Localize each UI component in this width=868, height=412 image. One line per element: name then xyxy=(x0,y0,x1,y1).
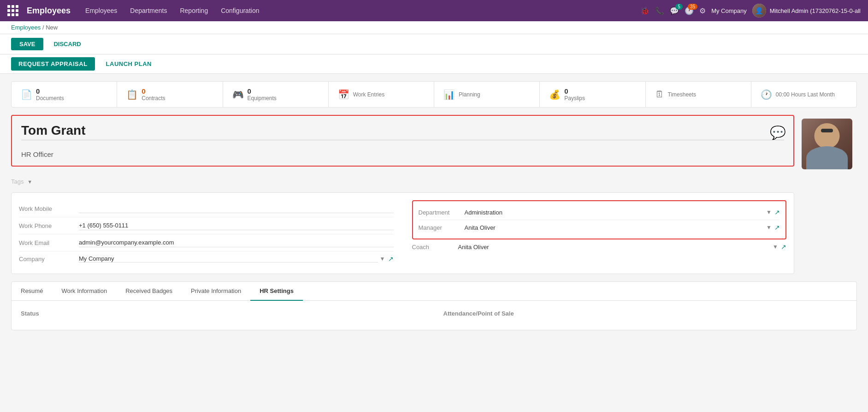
timesheets-label: Timesheets xyxy=(668,91,697,98)
menu-employees[interactable]: Employees xyxy=(80,0,123,21)
status-col: Status xyxy=(21,310,425,321)
coach-ext-link-icon[interactable]: ↗ xyxy=(781,243,786,251)
contracts-icon: 📋 xyxy=(126,89,138,100)
fields-grid: Work Mobile Work Phone Work Email C xyxy=(19,200,786,266)
work-mobile-input[interactable] xyxy=(79,204,394,213)
employee-avatar[interactable] xyxy=(802,119,852,169)
top-navigation: Employees Employees Departments Reportin… xyxy=(0,0,868,21)
payslips-count: 0 xyxy=(564,87,585,95)
company-label: Company xyxy=(19,256,79,263)
tab-resume[interactable]: Resumé xyxy=(12,282,52,301)
stat-tabs: 📄 0 Documents 📋 0 Contracts 🎮 0 Equipmen… xyxy=(11,81,857,107)
stat-tab-timesheets[interactable]: 🗓 Timesheets xyxy=(646,82,751,107)
employee-name-input[interactable] xyxy=(21,123,784,140)
dept-manager-box: Department Administration ▼ ↗ Manager An… xyxy=(412,200,787,239)
work-phone-row: Work Phone xyxy=(19,217,394,234)
work-mobile-row: Work Mobile xyxy=(19,200,394,217)
company-select-wrapper: My Company ▼ ↗ xyxy=(79,255,394,263)
tab-work-information[interactable]: Work Information xyxy=(52,282,116,301)
app-grid-icon[interactable] xyxy=(7,5,18,16)
stat-tab-equipments[interactable]: 🎮 0 Equipments xyxy=(223,82,329,107)
attendance-label: Attendance/Point of Sale xyxy=(443,310,848,317)
coach-label: Coach xyxy=(412,244,458,251)
brand-name: Employees xyxy=(27,6,71,16)
manager-value: Anita Oliver xyxy=(465,224,765,231)
request-appraisal-button[interactable]: REQUEST APPRAISAL xyxy=(11,57,95,71)
tab-received-badges[interactable]: Received Badges xyxy=(116,282,182,301)
stat-tab-documents[interactable]: 📄 0 Documents xyxy=(12,82,117,107)
status-label: Status xyxy=(21,310,425,317)
work-email-row: Work Email xyxy=(19,234,394,251)
payslips-label: Payslips xyxy=(564,95,585,102)
company-select[interactable]: My Company xyxy=(79,255,378,263)
manager-row: Manager Anita Oliver ▼ ↗ xyxy=(419,220,780,235)
coach-dropdown-arrow[interactable]: ▼ xyxy=(773,244,778,250)
company-ext-link-icon[interactable]: ↗ xyxy=(388,255,394,263)
department-value: Administration xyxy=(465,209,765,216)
stat-tab-payslips[interactable]: 💰 0 Payslips xyxy=(540,82,645,107)
tabs-body: Status Attendance/Point of Sale xyxy=(12,301,856,330)
top-menu: Employees Departments Reporting Configur… xyxy=(80,0,640,21)
action-bar: SAVE DISCARD xyxy=(0,34,868,54)
company-name: My Company xyxy=(711,7,747,14)
tab-hr-settings[interactable]: HR Settings xyxy=(250,282,303,301)
discard-button[interactable]: DISCARD xyxy=(47,38,87,50)
chat-badge: 5 xyxy=(675,4,683,10)
tabs-section: Resumé Work Information Received Badges … xyxy=(11,281,857,330)
main-content: 📄 0 Documents 📋 0 Contracts 🎮 0 Equipmen… xyxy=(0,74,868,403)
breadcrumb-current: New xyxy=(46,24,58,31)
work-email-label: Work Email xyxy=(19,239,79,246)
work-entries-icon: 📅 xyxy=(338,89,349,100)
status-section: Status Attendance/Point of Sale xyxy=(21,310,847,321)
work-email-input[interactable] xyxy=(79,238,394,247)
stat-tab-hours[interactable]: 🕐 00:00 Hours Last Month xyxy=(751,82,856,107)
chat-icon[interactable]: 💬5 xyxy=(670,6,679,15)
contracts-count: 0 xyxy=(142,87,165,95)
equipments-label: Equipments xyxy=(248,95,277,102)
contracts-label: Contracts xyxy=(142,95,165,102)
manager-label: Manager xyxy=(419,224,465,231)
documents-icon: 📄 xyxy=(21,89,32,100)
company-row: Company My Company ▼ ↗ xyxy=(19,251,394,266)
planning-icon: 📊 xyxy=(443,89,455,100)
manager-dropdown-arrow[interactable]: ▼ xyxy=(766,224,772,231)
menu-departments[interactable]: Departments xyxy=(124,0,172,21)
clock-badge: 35 xyxy=(688,4,697,10)
chat-bubble-icon[interactable]: 💬 xyxy=(770,125,786,140)
breadcrumb-parent[interactable]: Employees xyxy=(11,24,41,31)
department-ext-link-icon[interactable]: ↗ xyxy=(774,209,780,216)
clock-icon[interactable]: 🕐35 xyxy=(685,6,694,15)
tab-private-information[interactable]: Private Information xyxy=(182,282,250,301)
work-phone-label: Work Phone xyxy=(19,222,79,229)
left-fields: Work Mobile Work Phone Work Email C xyxy=(19,200,394,266)
company-dropdown-arrow: ▼ xyxy=(380,256,385,262)
employee-job-title-input[interactable] xyxy=(21,150,784,158)
menu-configuration[interactable]: Configuration xyxy=(215,0,265,21)
stat-tab-work-entries[interactable]: 📅 Work Entries xyxy=(329,82,434,107)
work-phone-input[interactable] xyxy=(79,221,394,230)
department-dropdown-arrow[interactable]: ▼ xyxy=(766,209,772,215)
coach-value: Anita Oliver xyxy=(458,244,771,251)
phone-icon[interactable]: 📞 xyxy=(655,6,664,15)
hours-label: 00:00 Hours Last Month xyxy=(776,91,835,98)
employee-main-section: 💬 Tags ▼ Work Mobile xyxy=(11,115,857,274)
employee-avatar-section xyxy=(802,115,857,274)
settings-icon[interactable]: ⚙ xyxy=(699,6,706,15)
user-name: Mitchell Admin (17320762-15-0-all xyxy=(770,7,861,14)
tags-dropdown-arrow[interactable]: ▼ xyxy=(27,179,32,185)
coach-row: Coach Anita Oliver ▼ ↗ xyxy=(412,239,787,254)
menu-reporting[interactable]: Reporting xyxy=(174,0,213,21)
stat-tab-contracts[interactable]: 📋 0 Contracts xyxy=(117,82,223,107)
stat-tab-planning[interactable]: 📊 Planning xyxy=(434,82,540,107)
bug-icon[interactable]: 🐞 xyxy=(640,6,650,15)
timesheets-icon: 🗓 xyxy=(655,89,664,100)
save-button[interactable]: SAVE xyxy=(11,38,43,50)
manager-ext-link-icon[interactable]: ↗ xyxy=(774,224,780,231)
equipments-icon: 🎮 xyxy=(232,89,244,100)
nav-icons: 🐞 📞 💬5 🕐35 ⚙ xyxy=(640,6,706,15)
employee-left-col: 💬 Tags ▼ Work Mobile xyxy=(11,115,794,274)
launch-plan-button[interactable]: LAUNCH PLAN xyxy=(99,57,159,71)
user-avatar: 👤 xyxy=(752,4,766,18)
right-fields: Department Administration ▼ ↗ Manager An… xyxy=(412,200,787,266)
user-menu[interactable]: 👤 Mitchell Admin (17320762-15-0-all xyxy=(752,4,861,18)
